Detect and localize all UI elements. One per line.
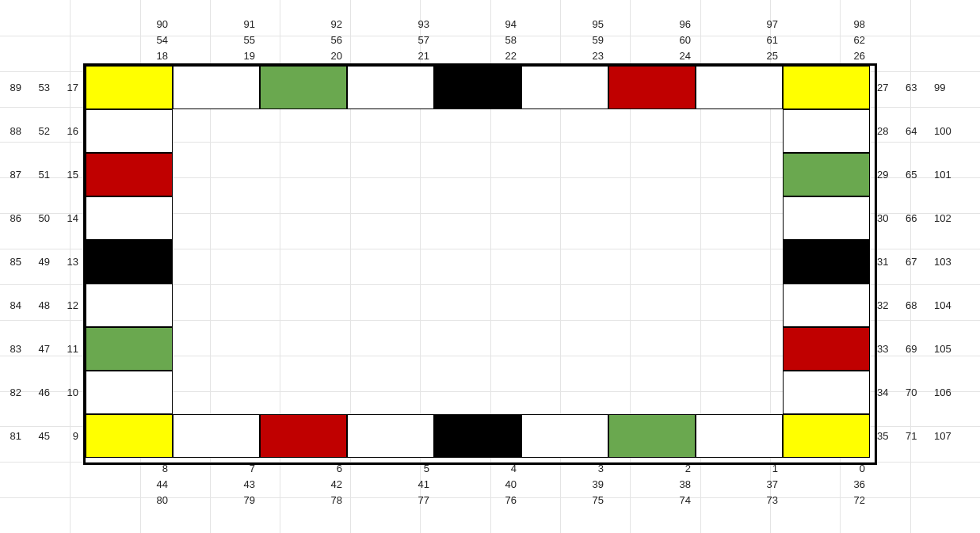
top-num: 55	[173, 32, 260, 48]
left-num: 85	[0, 240, 26, 284]
bottom-num: 40	[434, 476, 521, 492]
board-frame	[83, 63, 877, 465]
right-num: 27	[872, 66, 901, 109]
left-5-cell	[86, 284, 173, 327]
bottom-num: 79	[173, 492, 260, 508]
left-num: 87	[0, 153, 26, 196]
left-num: 46	[26, 371, 55, 414]
right-num: 100	[929, 109, 958, 153]
left-num: 10	[55, 371, 83, 414]
top-num: 21	[347, 48, 434, 63]
bottom-num: 2	[608, 460, 696, 476]
right-0-cell	[783, 66, 870, 109]
top-6-cell	[608, 66, 696, 109]
right-8-cell	[783, 414, 870, 458]
left-num: 14	[55, 196, 83, 240]
left-num: 50	[26, 196, 55, 240]
left-num: 89	[0, 66, 26, 109]
bottom-3-cell	[347, 414, 434, 458]
right-4-cell	[783, 240, 870, 284]
bottom-num: 38	[608, 476, 696, 492]
right-num: 68	[901, 284, 929, 327]
bottom-num: 80	[86, 492, 173, 508]
bottom-num: 72	[783, 492, 870, 508]
left-num: 9	[55, 414, 83, 458]
bottom-5-cell	[521, 414, 608, 458]
bottom-num: 41	[347, 476, 434, 492]
bottom-num: 36	[783, 476, 870, 492]
top-num: 56	[260, 32, 347, 48]
left-0-cell	[86, 66, 173, 109]
top-num: 57	[347, 32, 434, 48]
left-3-cell	[86, 196, 173, 240]
left-num: 53	[26, 66, 55, 109]
bottom-num: 4	[434, 460, 521, 476]
top-num: 18	[86, 48, 173, 63]
top-num: 59	[521, 32, 608, 48]
bottom-num: 75	[521, 492, 608, 508]
bottom-num: 6	[260, 460, 347, 476]
top-5-cell	[521, 66, 608, 109]
bottom-2-cell	[260, 414, 347, 458]
left-num: 11	[55, 327, 83, 371]
left-num: 84	[0, 284, 26, 327]
left-num: 12	[55, 284, 83, 327]
left-num: 82	[0, 371, 26, 414]
top-num: 20	[260, 48, 347, 63]
right-6-cell	[783, 327, 870, 371]
right-num: 66	[901, 196, 929, 240]
right-num: 67	[901, 240, 929, 284]
right-num: 30	[872, 196, 901, 240]
top-3-cell	[347, 66, 434, 109]
right-num: 63	[901, 66, 929, 109]
left-7-cell	[86, 371, 173, 414]
top-num: 25	[696, 48, 783, 63]
top-num: 97	[696, 16, 783, 32]
top-4-cell	[434, 66, 521, 109]
left-num: 83	[0, 327, 26, 371]
right-num: 106	[929, 371, 958, 414]
right-num: 28	[872, 109, 901, 153]
bottom-num: 8	[86, 460, 173, 476]
top-num: 54	[86, 32, 173, 48]
right-num: 101	[929, 153, 958, 196]
left-num: 48	[26, 284, 55, 327]
left-num: 81	[0, 414, 26, 458]
right-7-cell	[783, 371, 870, 414]
left-2-cell	[86, 153, 173, 196]
left-num: 49	[26, 240, 55, 284]
left-num: 13	[55, 240, 83, 284]
right-num: 104	[929, 284, 958, 327]
top-num: 94	[434, 16, 521, 32]
right-num: 64	[901, 109, 929, 153]
right-num: 70	[901, 371, 929, 414]
bottom-num: 44	[86, 476, 173, 492]
right-3-cell	[783, 196, 870, 240]
left-num: 15	[55, 153, 83, 196]
left-num: 88	[0, 109, 26, 153]
top-7-cell	[696, 66, 783, 109]
left-num: 47	[26, 327, 55, 371]
top-num: 95	[521, 16, 608, 32]
bottom-num: 76	[434, 492, 521, 508]
bottom-4-cell	[434, 414, 521, 458]
left-num: 16	[55, 109, 83, 153]
right-num: 35	[872, 414, 901, 458]
bottom-num: 43	[173, 476, 260, 492]
left-num: 17	[55, 66, 83, 109]
right-num: 107	[929, 414, 958, 458]
top-num: 22	[434, 48, 521, 63]
left-num: 52	[26, 109, 55, 153]
top-num: 96	[608, 16, 696, 32]
top-num: 19	[173, 48, 260, 63]
right-5-cell	[783, 284, 870, 327]
right-2-cell	[783, 153, 870, 196]
bottom-num: 77	[347, 492, 434, 508]
left-num: 86	[0, 196, 26, 240]
spreadsheet-board: 9091929394959697985455565758596061621819…	[0, 0, 980, 533]
top-num: 90	[86, 16, 173, 32]
bottom-6-cell	[608, 414, 696, 458]
right-1-cell	[783, 109, 870, 153]
right-num: 71	[901, 414, 929, 458]
left-num: 51	[26, 153, 55, 196]
